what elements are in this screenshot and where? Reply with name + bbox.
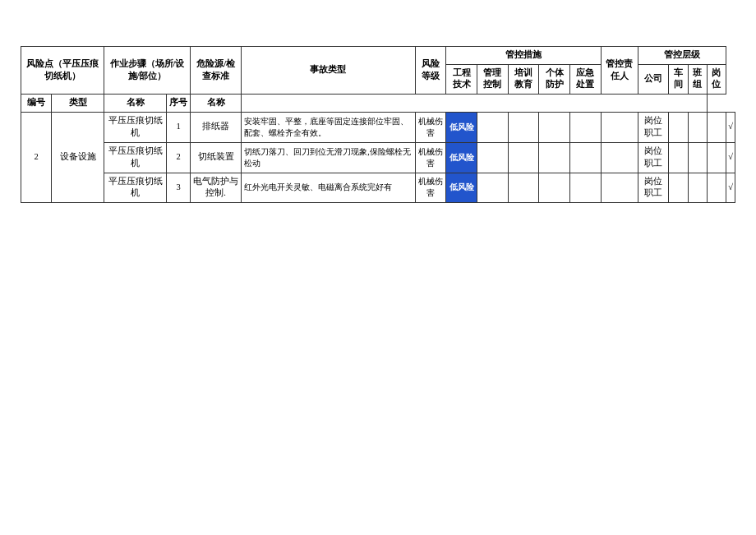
- sh-num: 编号: [21, 95, 52, 113]
- h-work-steps: 作业步骤（场所/设施/部位）: [104, 47, 191, 95]
- h-person: 管控责任人: [601, 47, 638, 95]
- h-level: 管控层级: [638, 47, 726, 65]
- h-risk-point: 风险点（平压压痕切纸机）: [21, 47, 104, 95]
- table-row: 平压压痕切纸机3电气防护与控制.红外光电开关灵敏、电磁离合系统完好有机械伤害低风…: [21, 173, 735, 202]
- h-hazard: 危险源/检查标准: [190, 47, 241, 95]
- h-risk: 风险等级: [415, 47, 446, 95]
- cell-risk-level: 低风险: [446, 173, 477, 202]
- sh-seq: 序号: [167, 95, 191, 113]
- cell-workshop-check: [688, 112, 707, 142]
- cell-training: [539, 112, 570, 142]
- cell-position-check: √: [726, 173, 735, 202]
- cell-seq: 3: [167, 173, 191, 202]
- h-management: 管理控制: [477, 64, 508, 94]
- cell-engineering: [477, 142, 508, 173]
- cell-risk-level: 低风险: [446, 112, 477, 142]
- cell-management: [508, 142, 539, 173]
- cell-workshop-check: [688, 173, 707, 202]
- cell-machine: 平压压痕切纸机: [104, 142, 167, 173]
- cell-emergency: [601, 112, 638, 142]
- cell-workshop-check: [688, 142, 707, 173]
- h-position: 岗位: [707, 64, 726, 94]
- cell-accident: 机械伤害: [415, 173, 446, 202]
- cell-team-check: [707, 142, 726, 173]
- cell-personal: [570, 112, 602, 142]
- h-training: 培训教育: [508, 64, 539, 94]
- h-company: 公司: [638, 64, 669, 94]
- main-table: 风险点（平压压痕切纸机） 作业步骤（场所/设施/部位） 危险源/检查标准 事故类…: [21, 46, 735, 203]
- cell-team-check: [707, 173, 726, 202]
- h-workshop: 车间: [669, 64, 688, 94]
- cell-hazard: 安装牢固、平整，底座等固定连接部位牢固、配套、螺栓齐全有效。: [242, 112, 415, 142]
- h-personal: 个体防护: [539, 64, 570, 94]
- cell-controller: 岗位职工: [638, 142, 669, 173]
- cell-stepname: 切纸装置: [190, 142, 241, 173]
- cell-seq: 1: [167, 112, 191, 142]
- cell-stepname: 电气防护与控制.: [190, 173, 241, 202]
- cell-personal: [570, 142, 602, 173]
- cell-emergency: [601, 173, 638, 202]
- h-engineering: 工程技术: [446, 64, 477, 94]
- h-emergency: 应急处置: [570, 64, 602, 94]
- cell-training: [539, 142, 570, 173]
- cell-management: [508, 173, 539, 202]
- cell-position-check: √: [726, 112, 735, 142]
- cell-company-check: [669, 112, 688, 142]
- cell-training: [539, 173, 570, 202]
- cell-position-check: √: [726, 142, 735, 173]
- cell-controller: 岗位职工: [638, 112, 669, 142]
- cell-team-check: [707, 112, 726, 142]
- cell-controller: 岗位职工: [638, 173, 669, 202]
- table-row: 平压压痕切纸机2切纸装置切纸刀落刀、回刀到位无滑刀现象,保险螺栓无松动机械伤害低…: [21, 142, 735, 173]
- cell-number: 2: [21, 112, 52, 202]
- cell-emergency: [601, 142, 638, 173]
- cell-stepname: 排纸器: [190, 112, 241, 142]
- cell-machine: 平压压痕切纸机: [104, 173, 167, 202]
- cell-accident: 机械伤害: [415, 112, 446, 142]
- cell-engineering: [477, 173, 508, 202]
- h-accident: 事故类型: [242, 47, 415, 95]
- sh-stepname: 名称: [190, 95, 241, 113]
- cell-risk-level: 低风险: [446, 142, 477, 173]
- cell-engineering: [477, 112, 508, 142]
- h-team: 班组: [688, 64, 707, 94]
- cell-type: 设备设施: [52, 112, 104, 202]
- cell-personal: [570, 173, 602, 202]
- cell-management: [508, 112, 539, 142]
- cell-machine: 平压压痕切纸机: [104, 112, 167, 142]
- sh-empty: [242, 95, 708, 113]
- h-measures: 管控措施: [446, 47, 602, 65]
- cell-company-check: [669, 142, 688, 173]
- sh-type: 类型: [52, 95, 104, 113]
- cell-hazard: 切纸刀落刀、回刀到位无滑刀现象,保险螺栓无松动: [242, 142, 415, 173]
- cell-accident: 机械伤害: [415, 142, 446, 173]
- sh-name: 名称: [104, 95, 167, 113]
- cell-seq: 2: [167, 142, 191, 173]
- cell-hazard: 红外光电开关灵敏、电磁离合系统完好有: [242, 173, 415, 202]
- table-row: 2设备设施平压压痕切纸机1排纸器安装牢固、平整，底座等固定连接部位牢固、配套、螺…: [21, 112, 735, 142]
- cell-company-check: [669, 173, 688, 202]
